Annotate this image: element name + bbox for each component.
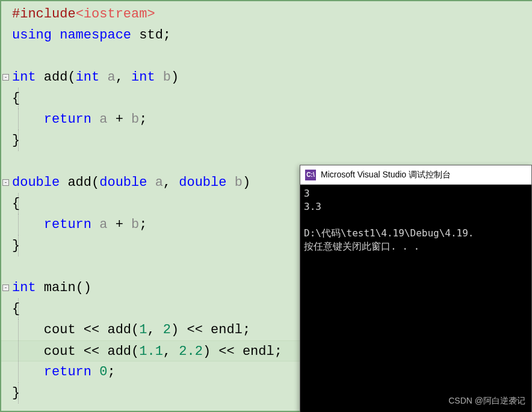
code-token: double <box>179 175 226 190</box>
code-token: int <box>76 70 100 85</box>
output-line: 3.3 <box>304 201 321 212</box>
indent-guide <box>18 235 19 256</box>
code-token: 2.2 <box>179 344 203 359</box>
code-token: 1.1 <box>139 344 163 359</box>
code-token: endl <box>203 322 243 337</box>
output-line: 按任意键关闭此窗口. . . <box>304 241 419 252</box>
code-token: add <box>99 344 131 359</box>
indent-guide <box>18 193 19 214</box>
console-title: Microsoft Visual Studio 调试控制台 <box>321 170 451 180</box>
code-token: , <box>147 322 162 337</box>
code-token: add <box>36 70 68 85</box>
indent-guide <box>18 383 19 404</box>
indent-guide <box>18 298 19 319</box>
code-token: + <box>107 112 131 127</box>
code-token <box>147 175 155 190</box>
code-token: double <box>12 175 60 190</box>
code-token: } <box>12 238 20 253</box>
code-token: << <box>218 344 234 359</box>
indent-guide <box>18 319 19 340</box>
code-line[interactable]: return a + b; <box>1 109 532 130</box>
code-token: a <box>99 217 107 232</box>
code-token: ) <box>171 322 187 337</box>
code-line[interactable] <box>1 46 532 67</box>
code-token: , <box>163 344 179 359</box>
code-token: << <box>187 322 202 337</box>
code-token: add <box>60 175 91 190</box>
code-token: a <box>107 70 115 85</box>
code-token: ( <box>91 175 99 190</box>
code-token <box>12 364 44 380</box>
debug-console-window[interactable]: C:\ Microsoft Visual Studio 调试控制台 3 3.3 … <box>300 165 532 412</box>
code-token: ; <box>139 112 147 127</box>
code-token: int <box>131 70 155 85</box>
console-output[interactable]: 3 3.3 D:\代码\test1\4.19\Debug\4.19. 按任意键关… <box>300 185 531 412</box>
code-token: { <box>12 196 20 211</box>
code-token: return <box>44 217 91 232</box>
code-token: add <box>99 322 131 337</box>
code-token <box>12 217 44 232</box>
code-token: a <box>99 112 107 127</box>
code-token: a <box>155 175 163 190</box>
code-token <box>226 175 234 190</box>
code-token <box>155 70 163 85</box>
indent-guide <box>18 109 19 130</box>
code-token: ; <box>274 344 282 359</box>
code-token: ) <box>171 70 179 85</box>
code-token: endl <box>235 344 274 359</box>
code-token: <iostream> <box>76 7 155 22</box>
code-token: namespace <box>60 28 131 43</box>
code-token: ; <box>163 28 171 43</box>
code-token: using <box>12 28 52 43</box>
code-token: , <box>116 70 131 85</box>
code-token: main <box>36 280 76 295</box>
indent-guide <box>18 88 19 109</box>
code-token: () <box>76 280 91 295</box>
code-token: b <box>131 217 139 232</box>
code-token: ; <box>139 217 147 232</box>
console-titlebar[interactable]: C:\ Microsoft Visual Studio 调试控制台 <box>300 165 531 185</box>
output-line: 3 <box>304 188 310 199</box>
code-token: 2 <box>163 322 171 337</box>
indent-guide <box>18 130 19 151</box>
code-token: << <box>84 344 99 359</box>
code-token: << <box>84 322 99 337</box>
code-token: #include <box>12 7 76 22</box>
console-app-icon: C:\ <box>305 170 316 180</box>
code-token: } <box>12 133 20 148</box>
code-token: ) <box>243 175 250 190</box>
watermark: CSDN @阿白逆袭记 <box>448 394 525 407</box>
code-token: int <box>12 280 36 295</box>
code-token: , <box>163 175 179 190</box>
code-line[interactable]: using namespace std; <box>1 25 532 46</box>
code-line[interactable]: #include<iostream> <box>1 4 532 25</box>
code-token: { <box>12 91 20 106</box>
code-token <box>52 28 60 43</box>
code-token: 0 <box>99 364 107 380</box>
indent-guide <box>18 214 19 235</box>
code-token: { <box>12 301 20 316</box>
code-token: ; <box>107 364 115 380</box>
code-token <box>99 70 107 85</box>
code-token <box>91 112 99 127</box>
code-token: return <box>44 364 91 380</box>
code-token: int <box>12 70 36 85</box>
code-token: cout <box>12 344 84 359</box>
code-token: cout <box>12 322 84 337</box>
code-line[interactable]: } <box>1 130 532 151</box>
code-token: double <box>99 175 147 190</box>
code-token: } <box>12 386 20 401</box>
code-line[interactable]: { <box>1 88 532 109</box>
code-token: ( <box>67 70 75 85</box>
code-token: std <box>131 28 163 43</box>
code-token: b <box>131 112 139 127</box>
code-token: ) <box>203 344 218 359</box>
code-line[interactable]: int add(int a, int b) <box>1 67 532 88</box>
code-token: + <box>107 217 131 232</box>
code-token: b <box>235 175 243 190</box>
output-line: D:\代码\test1\4.19\Debug\4.19. <box>304 227 474 239</box>
code-token: ( <box>131 344 139 359</box>
code-token: ; <box>243 322 250 337</box>
code-token: b <box>163 70 171 85</box>
code-token: ( <box>131 322 139 337</box>
